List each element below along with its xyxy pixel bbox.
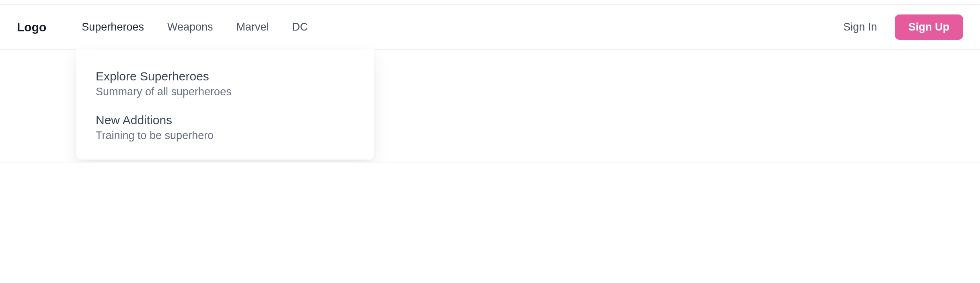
dropdown-item-title: Explore Superheroes: [96, 70, 355, 83]
nav-item-weapons[interactable]: Weapons: [167, 21, 213, 33]
nav-item-marvel[interactable]: Marvel: [236, 21, 269, 33]
dropdown-item-explore[interactable]: Explore Superheroes Summary of all super…: [96, 70, 355, 98]
dropdown-item-description: Summary of all superheroes: [96, 86, 355, 98]
nav-item-superheroes[interactable]: Superheroes: [82, 21, 144, 33]
dropdown-item-description: Training to be superhero: [96, 129, 355, 142]
dropdown-item-new-additions[interactable]: New Additions Training to be superhero: [96, 113, 355, 142]
nav-item-dc[interactable]: DC: [292, 21, 308, 33]
nav-dropdown: Explore Superheroes Summary of all super…: [76, 49, 374, 160]
nav-links: Superheroes Weapons Marvel DC: [82, 21, 308, 33]
dropdown-item-title: New Additions: [96, 113, 355, 127]
signup-button[interactable]: Sign Up: [895, 14, 963, 40]
auth-section: Sign In Sign Up: [843, 14, 963, 40]
signin-link[interactable]: Sign In: [843, 21, 877, 33]
logo[interactable]: Logo: [17, 21, 46, 34]
top-divider: [0, 0, 980, 5]
main-nav: Logo Superheroes Weapons Marvel DC Sign …: [0, 5, 980, 50]
